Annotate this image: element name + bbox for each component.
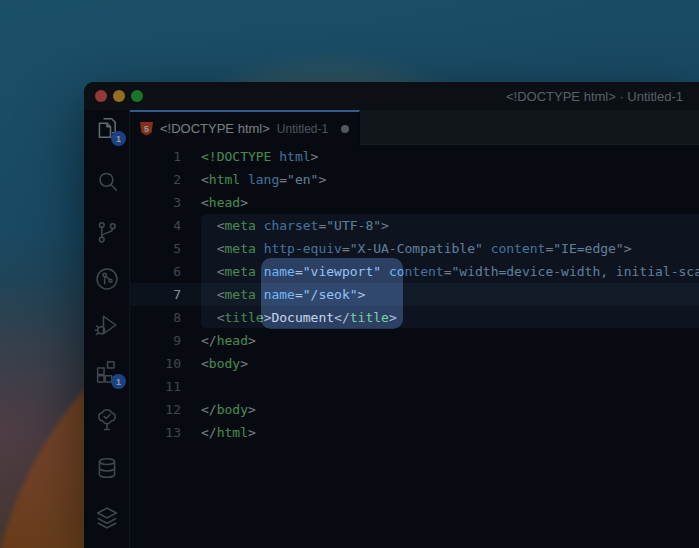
vscode-window: <!DOCTYPE html> · Untitled-1 11 5 <!DOCT… [84, 82, 699, 548]
minimize-button[interactable] [113, 90, 125, 102]
line-number: 13 [130, 421, 181, 444]
code-line-5[interactable]: 5 <meta http-equiv="X-UA-Compatible" con… [130, 237, 699, 260]
line-number: 2 [130, 168, 181, 191]
line-number: 4 [130, 214, 181, 237]
activity-item-explorer[interactable]: 1 [93, 114, 121, 142]
code-text: <meta http-equiv="X-UA-Compatible" conte… [201, 237, 632, 260]
line-number: 8 [130, 306, 181, 329]
tab-untitled-1[interactable]: 5 <!DOCTYPE html> Untitled-1 [130, 110, 360, 145]
activity-item-todo-tree[interactable] [93, 405, 121, 433]
activity-item-layers[interactable] [93, 504, 121, 532]
zoom-button[interactable] [131, 90, 143, 102]
line-number: 11 [130, 375, 181, 398]
code-text: </body> [201, 398, 256, 421]
line-number: 6 [130, 260, 181, 283]
code-line-3[interactable]: 3<head> [130, 191, 699, 214]
activity-item-database[interactable] [93, 454, 121, 482]
code-line-4[interactable]: 4 <meta charset="UTF-8"> [130, 214, 699, 237]
line-number: 9 [130, 329, 181, 352]
code-line-8[interactable]: 8 <title>Document</title> [130, 306, 699, 329]
code-text: </html> [201, 421, 256, 444]
line-number: 7 [130, 283, 181, 306]
line-number: 10 [130, 352, 181, 375]
code-line-9[interactable]: 9</head> [130, 329, 699, 352]
code-text: <head> [201, 191, 248, 214]
activity-item-extensions[interactable]: 1 [93, 357, 121, 385]
close-button[interactable] [95, 90, 107, 102]
code-line-7[interactable]: 7 <meta name="/seok"> [130, 283, 699, 306]
line-number: 3 [130, 191, 181, 214]
line-number: 5 [130, 237, 181, 260]
code-line-11[interactable]: 11 [130, 375, 699, 398]
debug-icon [93, 311, 121, 339]
code-text: <meta name="viewport" content="width=dev… [201, 260, 699, 283]
code-line-6[interactable]: 6 <meta name="viewport" content="width=d… [130, 260, 699, 283]
window-title: <!DOCTYPE html> · Untitled-1 [506, 89, 683, 104]
code-text: <title>Document</title> [201, 306, 397, 329]
code-line-12[interactable]: 12</body> [130, 398, 699, 421]
tab-label: <!DOCTYPE html> [160, 121, 270, 136]
window-titlebar[interactable]: <!DOCTYPE html> · Untitled-1 [84, 82, 699, 110]
activity-item-source-control[interactable] [93, 218, 121, 246]
html5-icon: 5 [140, 122, 153, 136]
code-text: <meta name="/seok"> [201, 283, 365, 306]
code-text: <body> [201, 352, 248, 375]
activity-item-search[interactable] [93, 167, 121, 195]
code-text: <html lang="en"> [201, 168, 326, 191]
activity-bar: 11 [84, 110, 130, 548]
code-text: <!DOCTYPE html> [201, 145, 318, 168]
line-number: 1 [130, 145, 181, 168]
badge-count: 1 [111, 131, 126, 146]
todo-tree-icon [93, 405, 121, 433]
search-icon [93, 167, 121, 195]
code-text: </head> [201, 329, 256, 352]
database-icon [93, 454, 121, 482]
activity-item-run-and-debug[interactable] [93, 311, 121, 339]
code-line-2[interactable]: 2<html lang="en"> [130, 168, 699, 191]
code-text: <meta charset="UTF-8"> [201, 214, 389, 237]
activity-item-git-graph[interactable] [93, 265, 121, 293]
git-branch-icon [93, 218, 121, 246]
code-line-13[interactable]: 13</html> [130, 421, 699, 444]
tab-bar: 5 <!DOCTYPE html> Untitled-1 [130, 110, 699, 145]
code-line-1[interactable]: 1<!DOCTYPE html> [130, 145, 699, 168]
modified-dot-icon[interactable] [341, 125, 349, 133]
line-number: 12 [130, 398, 181, 421]
layers-icon [93, 504, 121, 532]
code-line-10[interactable]: 10<body> [130, 352, 699, 375]
code-editor[interactable]: 1<!DOCTYPE html>2<html lang="en">3<head>… [130, 145, 699, 548]
badge-count: 1 [111, 374, 126, 389]
tab-description: Untitled-1 [277, 122, 328, 136]
git-circle-icon [93, 265, 121, 293]
